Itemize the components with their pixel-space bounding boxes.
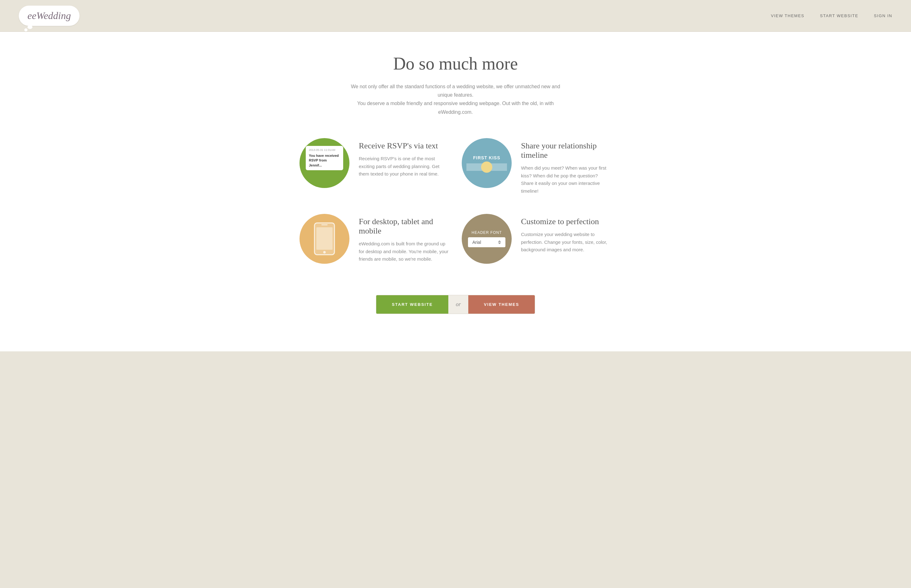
font-select-mock: Arial [468, 237, 505, 247]
cta-or-label: or [448, 301, 468, 308]
svg-rect-1 [316, 227, 333, 250]
rsvp-title: Receive RSVP's via text [359, 141, 449, 150]
feature-customize: HEADER FONT Arial Customize to perfectio… [462, 214, 612, 264]
feature-timeline: FIRST KISS Share your relationship timel… [462, 138, 612, 195]
mobile-desc: eWedding.com is built from the ground up… [359, 240, 449, 263]
phone-svg [312, 222, 337, 256]
timeline-icon: FIRST KISS [462, 138, 512, 188]
arrow-down-icon [498, 242, 501, 244]
page-title: Do so much more [19, 53, 892, 74]
main-nav: VIEW THEMES START WEBSITE SIGN IN [771, 13, 892, 18]
hero-subtitle: We not only offer all the standard funct… [346, 82, 565, 116]
arrow-up-icon [498, 241, 501, 242]
header: eeWedding VIEW THEMES START WEBSITE SIGN… [0, 0, 911, 32]
rsvp-icon: 2013-05-31 11:01AM You have received RSV… [299, 138, 350, 188]
cta-box: START WEBSITE or VIEW THEMES [376, 295, 535, 314]
svg-point-2 [323, 251, 326, 254]
logo-text: eeWedding [28, 10, 71, 21]
mobile-title: For desktop, tablet and mobile [359, 217, 449, 236]
nav-sign-in[interactable]: SIGN IN [874, 13, 892, 18]
customize-icon: HEADER FONT Arial [462, 214, 512, 264]
nav-view-themes[interactable]: VIEW THEMES [771, 13, 804, 18]
timeline-desc: When did you meet? When was your first k… [521, 164, 612, 195]
view-themes-button[interactable]: VIEW THEMES [468, 295, 535, 313]
customize-desc: Customize your wedding website to perfec… [521, 231, 612, 254]
mobile-icon [299, 214, 350, 264]
rsvp-desc: Receiving RSVP's is one of the most exci… [359, 155, 449, 178]
main-content: Do so much more We not only offer all th… [0, 32, 911, 351]
start-website-button[interactable]: START WEBSITE [376, 295, 448, 313]
feature-rsvp: 2013-05-31 11:01AM You have received RSV… [299, 138, 449, 195]
logo-bubble: eeWedding [19, 6, 79, 26]
feature-mobile: For desktop, tablet and mobile eWedding.… [299, 214, 449, 264]
logo-container: eeWedding [19, 6, 79, 26]
timeline-title: Share your relationship timeline [521, 141, 612, 160]
svg-rect-3 [321, 224, 328, 225]
hero-section: Do so much more We not only offer all th… [19, 53, 892, 116]
cta-section: START WEBSITE or VIEW THEMES [19, 289, 892, 326]
footer [0, 351, 911, 370]
nav-start-website[interactable]: START WEBSITE [820, 13, 858, 18]
features-grid: 2013-05-31 11:01AM You have received RSV… [299, 138, 612, 264]
customize-title: Customize to perfection [521, 217, 612, 226]
